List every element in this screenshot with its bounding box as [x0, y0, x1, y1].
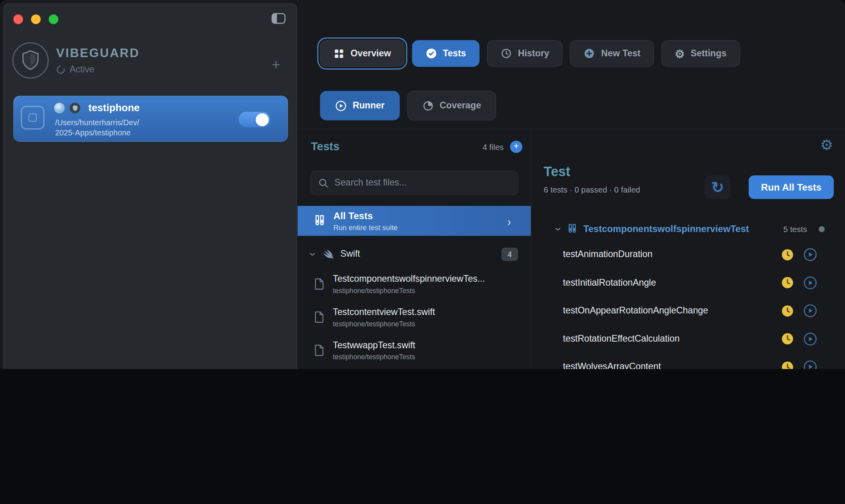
play-circle-icon	[335, 100, 347, 112]
group-test-count: 5 tests	[784, 224, 807, 233]
close-window-button[interactable]	[13, 14, 23, 24]
test-tubes-icon	[566, 223, 578, 235]
minimize-window-button[interactable]	[31, 14, 41, 24]
run-test-icon[interactable]	[803, 248, 817, 262]
document-icon	[314, 344, 325, 357]
file-name: TestwwappTest.swift	[333, 340, 415, 351]
tab-settings[interactable]: ⚙ Settings	[661, 40, 740, 67]
run-test-icon[interactable]	[803, 332, 817, 346]
project-name: testiphone	[88, 102, 140, 114]
test-row[interactable]: testInitialRotationAngle	[531, 269, 845, 297]
chevron-down-icon	[553, 227, 565, 231]
subtab-runner[interactable]: Runner	[320, 91, 399, 120]
brand-name: VIBEGUARD	[56, 46, 140, 61]
file-path: testiphone/testiphoneTests	[333, 353, 415, 361]
tab-label: Tests	[443, 48, 466, 59]
main-tab-bar: Overview Tests History New Test ⚙	[320, 40, 740, 67]
subtab-coverage[interactable]: Coverage	[407, 91, 496, 120]
shield-badge-icon	[70, 103, 80, 113]
add-test-file-button[interactable]: +	[510, 140, 522, 153]
tab-label: New Test	[601, 48, 640, 59]
detail-title: Test	[544, 164, 640, 179]
pie-chart-icon	[422, 100, 434, 112]
tab-tests[interactable]: Tests	[412, 40, 479, 67]
file-list-item[interactable]: testiphoneTests.swift testiphone/testiph…	[298, 367, 531, 369]
project-enabled-toggle[interactable]	[239, 112, 271, 128]
pending-clock-icon	[781, 277, 793, 289]
test-group-header[interactable]: TestcomponentswolfspinnerviewTest 5 test…	[531, 217, 845, 241]
run-test-icon[interactable]	[803, 304, 817, 318]
gear-icon: ⚙	[675, 48, 685, 59]
tab-label: Settings	[691, 48, 727, 59]
file-path: testiphone/testiphoneTests	[333, 320, 435, 328]
file-list-item[interactable]: TestwwappTest.swift testiphone/testiphon…	[298, 334, 531, 367]
subtab-label: Runner	[353, 100, 385, 111]
file-name: TestcontentviewTest.swift	[333, 307, 435, 317]
app-stage: VIBEGUARD Active +	[0, 0, 845, 369]
all-tests-subtitle: Run entire test suite	[333, 223, 397, 232]
zoom-window-button[interactable]	[49, 14, 58, 24]
run-all-tests-button[interactable]: Run All Tests	[749, 175, 834, 199]
status-ring-icon	[56, 65, 65, 74]
group-count-badge: 4	[502, 247, 518, 261]
vibeguard-logo	[12, 42, 49, 79]
swift-group-row[interactable]: Swift 4	[311, 245, 518, 263]
file-list-item[interactable]: TestcomponentswolfspinnerviewTes... test…	[298, 267, 531, 301]
document-icon	[314, 277, 325, 290]
tab-new-test[interactable]: New Test	[570, 40, 654, 67]
pending-clock-icon	[781, 333, 793, 345]
clock-icon	[500, 48, 512, 59]
chevron-right-icon	[507, 216, 517, 226]
add-project-button[interactable]: +	[272, 57, 280, 72]
test-files-panel: Tests 4 files +	[298, 130, 531, 369]
tab-label: History	[518, 48, 549, 59]
test-name: testWolvesArrayContent	[563, 362, 661, 369]
sub-tab-bar: Runner Coverage	[320, 91, 496, 120]
chevron-down-icon	[308, 252, 319, 256]
grid-icon	[333, 48, 345, 59]
tab-history[interactable]: History	[487, 40, 562, 67]
files-count: 4 files	[482, 142, 504, 151]
tests-panel-title: Tests	[311, 140, 339, 153]
sidebar: VIBEGUARD Active +	[3, 3, 297, 369]
group-name: TestcomponentswolfspinnerviewTest	[583, 223, 749, 235]
group-label: Swift	[340, 249, 360, 259]
document-icon	[314, 311, 325, 324]
window-controls	[13, 14, 58, 24]
pending-clock-icon	[781, 248, 793, 261]
file-list-item[interactable]: TestcontentviewTest.swift testiphone/tes…	[298, 301, 531, 334]
test-group-list: TestcomponentswolfspinnerviewTest 5 test…	[531, 217, 845, 369]
project-path-line2: 2025-Apps/testiphone	[55, 128, 131, 138]
all-tests-row[interactable]: All Tests Run entire test suite	[298, 206, 531, 236]
swift-icon	[321, 248, 334, 260]
tab-overview[interactable]: Overview	[320, 40, 404, 67]
test-tubes-icon	[312, 214, 327, 228]
plus-circle-icon	[583, 48, 595, 59]
pending-clock-icon	[781, 305, 793, 317]
shield-icon	[20, 49, 42, 72]
run-test-icon[interactable]	[803, 360, 817, 369]
status-label: Active	[70, 64, 94, 75]
file-list: TestcomponentswolfspinnerviewTes... test…	[298, 267, 531, 369]
brand-block: VIBEGUARD Active	[12, 42, 139, 79]
content-area: Tests 4 files +	[298, 129, 845, 369]
test-row[interactable]: testWolvesArrayContent	[531, 353, 845, 369]
test-row[interactable]: testRotationEffectCalculation	[531, 325, 845, 353]
refresh-button[interactable]: ↻	[705, 175, 731, 199]
search-icon	[318, 178, 329, 188]
run-test-icon[interactable]	[803, 276, 817, 290]
app-badge-icon	[54, 103, 65, 113]
group-status-dot	[819, 226, 825, 232]
app-icon-placeholder	[21, 106, 44, 130]
test-summary: 6 tests · 0 passed · 0 failed	[544, 185, 640, 194]
search-input[interactable]	[334, 178, 510, 188]
project-card-testiphone[interactable]: testiphone /Users/hunterharris/Dev/ 2025…	[13, 96, 288, 142]
seal-check-icon	[425, 48, 437, 59]
panel-gear-icon[interactable]: ⚙	[820, 138, 833, 153]
test-row[interactable]: testAnimationDuration	[531, 241, 845, 269]
pending-clock-icon	[781, 361, 793, 369]
app-window: VIBEGUARD Active +	[0, 0, 845, 369]
test-name: testRotationEffectCalculation	[563, 333, 680, 344]
test-row[interactable]: testOnAppearRotationAngleChange	[531, 297, 845, 325]
sidebar-toggle-icon[interactable]	[271, 13, 286, 24]
